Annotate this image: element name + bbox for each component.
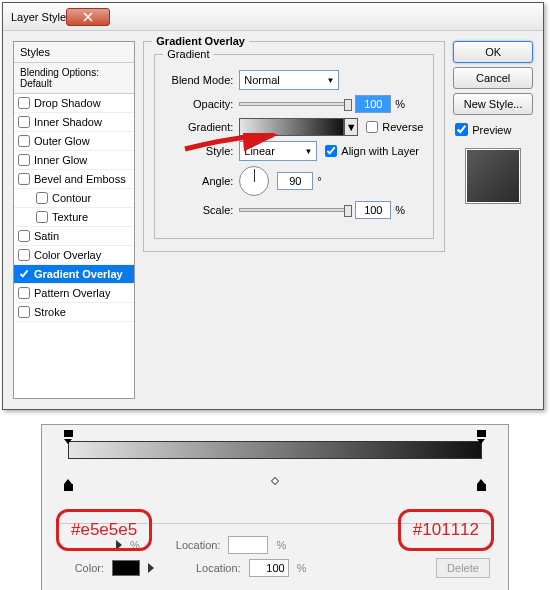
gradient-swatch[interactable] [239,118,344,136]
style-item-pattern-overlay[interactable]: Pattern Overlay [14,284,134,303]
style-select[interactable]: Linear ▼ [239,141,317,161]
slider-thumb[interactable] [344,205,352,217]
midpoint-handle[interactable] [271,477,279,485]
preview-checkbox-wrap[interactable]: Preview [453,119,533,140]
scale-slider[interactable] [239,208,349,212]
new-style-button[interactable]: New Style... [453,93,533,115]
align-checkbox[interactable] [325,145,337,157]
style-label: Inner Glow [34,154,87,166]
style-checkbox[interactable] [18,154,30,166]
blending-options-row[interactable]: Blending Options: Default [14,63,134,94]
styles-column: Styles Blending Options: Default Drop Sh… [13,41,135,399]
opacity-input[interactable] [355,95,391,113]
style-value: Linear [244,145,275,157]
group-title: Gradient Overlay [152,35,249,47]
layer-style-dialog: Layer Style Styles Blending Options: Def… [2,2,544,410]
style-item-inner-shadow[interactable]: Inner Shadow [14,113,134,132]
style-checkbox[interactable] [18,173,30,185]
button-column: OK Cancel New Style... Preview [453,41,533,399]
style-item-contour[interactable]: Contour [14,189,134,208]
angle-unit: ° [317,175,321,187]
gradient-bar-wrap [68,441,482,479]
pct-label: % [276,539,286,551]
style-label: Texture [52,211,88,223]
style-checkbox[interactable] [18,135,30,147]
preview-checkbox[interactable] [455,123,468,136]
opacity-stop-right[interactable] [477,430,486,441]
style-label: Drop Shadow [34,97,101,109]
style-label: Pattern Overlay [34,287,110,299]
style-label: Style: [165,145,233,157]
style-checkbox[interactable] [18,287,30,299]
gradient-editor-panel: #e5e5e5 #101112 % Location: % Color: Loc… [41,424,509,590]
style-item-bevel-and-emboss[interactable]: Bevel and Emboss [14,170,134,189]
style-item-inner-glow[interactable]: Inner Glow [14,151,134,170]
styles-header[interactable]: Styles [14,42,134,63]
annotation-right-color: #101112 [398,509,494,551]
reverse-checkbox[interactable] [366,121,378,133]
style-checkbox[interactable] [18,249,30,261]
align-label: Align with Layer [341,145,419,157]
opacity-slider[interactable] [239,102,349,106]
style-checkbox[interactable] [18,97,30,109]
scale-unit: % [395,204,405,216]
style-checkbox[interactable] [36,192,48,204]
chevron-down-icon: ▼ [326,76,334,85]
style-item-gradient-overlay[interactable]: Gradient Overlay [14,265,134,284]
triangle-icon[interactable] [148,563,154,573]
slider-thumb[interactable] [344,99,352,111]
color-label: Color: [60,562,104,574]
ok-button[interactable]: OK [453,41,533,63]
reverse-label: Reverse [382,121,423,133]
location-label: Location: [196,562,241,574]
opacity-stop-left[interactable] [64,430,73,441]
styles-listbox: Styles Blending Options: Default Drop Sh… [13,41,135,399]
style-item-drop-shadow[interactable]: Drop Shadow [14,94,134,113]
settings-column: Gradient Overlay Gradient Blend Mode: No… [143,41,445,399]
location-label: Location: [176,539,221,551]
align-checkbox-wrap[interactable]: Align with Layer [325,145,419,157]
close-button[interactable] [66,8,110,26]
reverse-checkbox-wrap[interactable]: Reverse [366,121,423,133]
gradient-overlay-group: Gradient Overlay Gradient Blend Mode: No… [143,41,445,252]
style-checkbox[interactable] [18,306,30,318]
preview-label: Preview [472,124,511,136]
color-stop-left[interactable] [64,479,73,491]
style-item-color-overlay[interactable]: Color Overlay [14,246,134,265]
style-label: Gradient Overlay [34,268,123,280]
style-label: Stroke [34,306,66,318]
angle-input[interactable] [277,172,313,190]
opacity-label: Opacity: [165,98,233,110]
color-swatch[interactable] [112,560,140,576]
style-item-stroke[interactable]: Stroke [14,303,134,322]
delete-button[interactable]: Delete [436,558,490,578]
style-label: Contour [52,192,91,204]
style-checkbox[interactable] [18,116,30,128]
preview-swatch [465,148,521,204]
gradient-bar[interactable] [68,441,482,459]
style-label: Bevel and Emboss [34,173,126,185]
blend-mode-value: Normal [244,74,279,86]
title-text: Layer Style [11,11,66,23]
style-checkbox[interactable] [18,230,30,242]
angle-label: Angle: [165,175,233,187]
titlebar[interactable]: Layer Style [3,3,543,31]
style-item-satin[interactable]: Satin [14,227,134,246]
opacity-location-input[interactable] [228,536,268,554]
gradient-dropdown[interactable]: ▼ [344,118,358,136]
chevron-down-icon: ▼ [346,121,357,133]
color-stop-right[interactable] [477,479,486,491]
scale-input[interactable] [355,201,391,219]
color-location-input[interactable] [249,559,289,577]
inner-group-title: Gradient [163,48,213,60]
blend-mode-select[interactable]: Normal ▼ [239,70,339,90]
gradient-label: Gradient: [165,121,233,133]
close-icon [83,12,93,22]
style-checkbox[interactable] [18,268,30,280]
gradient-group: Gradient Blend Mode: Normal ▼ Opacity: % [154,54,434,239]
style-item-texture[interactable]: Texture [14,208,134,227]
angle-dial[interactable] [239,166,269,196]
style-item-outer-glow[interactable]: Outer Glow [14,132,134,151]
style-checkbox[interactable] [36,211,48,223]
cancel-button[interactable]: Cancel [453,67,533,89]
